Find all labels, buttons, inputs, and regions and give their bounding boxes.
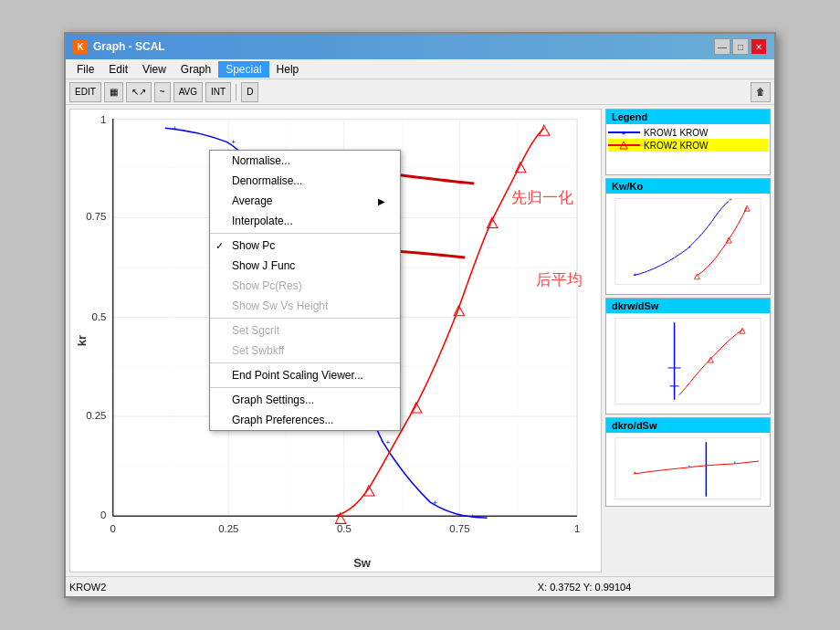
close-button[interactable]: ✕ — [751, 38, 767, 55]
menu-show-pc-res: Show Pc(Res) — [210, 276, 400, 296]
set-sgcrit-label: Set Sgcrit — [232, 324, 279, 337]
graph-area: kr — [69, 109, 602, 572]
menu-interpolate[interactable]: Interpolate... — [210, 211, 400, 231]
menu-help[interactable]: Help — [269, 61, 307, 78]
menu-show-sw-height: Show Sw Vs Height — [210, 296, 400, 316]
svg-text:+: + — [729, 196, 732, 202]
svg-text:0.75: 0.75 — [86, 212, 106, 223]
show-pc-check-icon: ✓ — [215, 240, 224, 252]
menu-average[interactable]: Average ▶ — [210, 191, 400, 211]
show-sw-height-label: Show Sw Vs Height — [232, 299, 328, 312]
separator-1 — [210, 233, 400, 234]
toolbar-separator — [236, 84, 236, 100]
legend-row-krow1: + KROW1 KROW — [608, 126, 768, 139]
dkro-dsw-panel: dkro/dSw + + + — [605, 417, 771, 507]
show-j-func-label: Show J Func — [232, 259, 295, 272]
legend-line-krow1: + — [608, 127, 640, 138]
graph-preferences-label: Graph Preferences... — [232, 414, 333, 426]
svg-text:+: + — [634, 271, 637, 277]
legend-panel: Legend + KROW1 KROW KRO — [605, 109, 771, 175]
svg-text:1: 1 — [100, 114, 106, 125]
menu-show-pc[interactable]: ✓ Show Pc — [210, 236, 400, 256]
toolbar-arrow[interactable]: ↖↗ — [126, 82, 152, 102]
menu-view[interactable]: View — [135, 61, 173, 78]
menu-normalise[interactable]: Normalise... — [210, 151, 400, 171]
main-window: K Graph - SCAL — □ ✕ File Edit View Grap… — [64, 32, 776, 598]
legend-label-krow1: KROW1 KROW — [644, 128, 709, 138]
dkrw-dsw-chart — [606, 313, 770, 414]
menu-graph-settings[interactable]: Graph Settings... — [210, 390, 400, 410]
maximize-button[interactable]: □ — [732, 38, 749, 55]
legend-label-krow2: KROW2 KROW — [644, 141, 709, 151]
x-axis-label: Sw — [353, 556, 371, 570]
menu-bar: File Edit View Graph Special Help — [66, 59, 774, 79]
svg-text:+: + — [688, 464, 691, 468]
separator-2 — [210, 318, 400, 319]
menu-special[interactable]: Special — [218, 61, 268, 78]
main-content: kr — [66, 105, 774, 576]
minimize-button[interactable]: — — [714, 38, 730, 55]
legend-header: Legend — [606, 110, 770, 124]
svg-rect-48 — [615, 198, 761, 284]
legend-line-krow2 — [608, 140, 640, 151]
normalise-label: Normalise... — [232, 154, 290, 167]
status-bar: KROW2 X: 0.3752 Y: 0.99104 — [66, 576, 774, 596]
menu-edit[interactable]: Edit — [101, 61, 135, 78]
kw-ko-content: + + + — [606, 194, 770, 294]
svg-text:+: + — [470, 512, 475, 520]
kw-ko-chart: + + + — [606, 194, 770, 294]
toolbar-int[interactable]: INT — [205, 82, 231, 102]
show-pc-res-label: Show Pc(Res) — [232, 279, 302, 292]
svg-text:0.75: 0.75 — [449, 524, 469, 535]
toolbar-trash[interactable]: 🗑 — [751, 82, 771, 102]
svg-text:+: + — [385, 438, 390, 446]
svg-text:+: + — [688, 244, 692, 249]
svg-text:+: + — [231, 139, 236, 147]
toolbar-wave[interactable]: ~ — [154, 82, 171, 102]
end-point-label: End Point Scaling Viewer... — [232, 369, 363, 382]
svg-text:+: + — [622, 130, 626, 138]
graph-settings-label: Graph Settings... — [232, 394, 314, 406]
kw-ko-panel: Kw/Ko + + + — [605, 178, 771, 295]
dkrw-dsw-panel: dkrw/dSw — [605, 298, 771, 415]
menu-graph-preferences[interactable]: Graph Preferences... — [210, 410, 400, 430]
svg-rect-55 — [615, 318, 761, 404]
svg-text:+: + — [733, 460, 736, 465]
status-left: KROW2 — [69, 582, 413, 593]
toolbar-grid[interactable]: ▦ — [104, 82, 123, 102]
separator-4 — [210, 387, 400, 388]
svg-text:+: + — [433, 499, 437, 507]
toolbar-edit[interactable]: EDIT — [69, 82, 101, 102]
denormalise-label: Denormalise... — [232, 174, 302, 187]
svg-text:+: + — [173, 124, 177, 132]
set-swbkff-label: Set Swbkff — [232, 344, 284, 357]
kw-ko-header: Kw/Ko — [606, 179, 770, 194]
show-pc-label: Show Pc — [232, 239, 275, 252]
window-title: Graph - SCAL — [93, 40, 165, 53]
app-icon: K — [73, 39, 88, 54]
dkrw-dsw-header: dkrw/dSw — [606, 299, 770, 313]
dkro-dsw-content: + + + — [606, 433, 770, 506]
separator-3 — [210, 362, 400, 363]
svg-text:0.5: 0.5 — [337, 524, 352, 535]
menu-show-j-func[interactable]: Show J Func — [210, 256, 400, 276]
y-axis-label: kr — [75, 335, 89, 346]
toolbar-avg[interactable]: AVG — [173, 82, 203, 102]
svg-text:0.5: 0.5 — [92, 311, 107, 322]
menu-graph[interactable]: Graph — [173, 61, 218, 78]
svg-text:0: 0 — [100, 509, 106, 520]
svg-text:0.25: 0.25 — [218, 524, 238, 535]
title-bar: K Graph - SCAL — □ ✕ — [66, 34, 774, 59]
legend-content: + KROW1 KROW KROW2 KROW — [606, 124, 770, 174]
toolbar-d[interactable]: D — [241, 82, 258, 102]
interpolate-label: Interpolate... — [232, 215, 293, 227]
title-buttons: — □ ✕ — [714, 38, 767, 55]
menu-denormalise[interactable]: Denormalise... — [210, 171, 400, 191]
menu-end-point[interactable]: End Point Scaling Viewer... — [210, 365, 400, 385]
menu-file[interactable]: File — [69, 61, 101, 78]
menu-set-swbkff: Set Swbkff — [210, 341, 400, 361]
sidebar: Legend + KROW1 KROW KRO — [605, 105, 774, 576]
svg-text:0.25: 0.25 — [86, 410, 106, 421]
svg-text:1: 1 — [574, 524, 580, 535]
average-arrow-icon: ▶ — [378, 196, 385, 206]
